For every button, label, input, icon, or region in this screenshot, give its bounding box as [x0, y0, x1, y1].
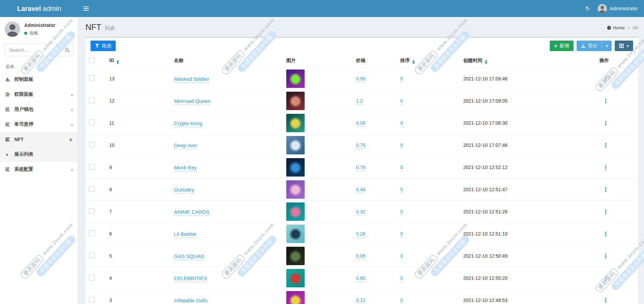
sidebar: Administrator 在线 菜单 控制面板 权限面板 ‹: [0, 17, 78, 304]
row-checkbox[interactable]: [89, 297, 95, 303]
export-dropdown-button[interactable]: ▾: [602, 41, 612, 51]
row-thumbnail[interactable]: [286, 269, 305, 287]
row-price-link[interactable]: 0.78: [356, 165, 365, 171]
search-icon[interactable]: [65, 48, 70, 52]
filter-button[interactable]: 筛选: [91, 41, 116, 51]
sidebar-item-permissions[interactable]: 权限面板 ‹: [0, 87, 78, 102]
row-price-link[interactable]: 0.05: [356, 253, 365, 260]
sidebar-item-system-config[interactable]: 系统配置 ‹: [0, 162, 78, 177]
row-actions-menu[interactable]: ⋮: [603, 142, 609, 149]
breadcrumb-home-link[interactable]: Home: [607, 25, 625, 30]
row-created-at: 2021-12-10 12:52:12: [458, 156, 594, 179]
row-sort-link[interactable]: 0: [400, 253, 403, 260]
row-name-link[interactable]: Deep river: [174, 142, 197, 149]
row-sort-link[interactable]: 0: [400, 275, 403, 282]
row-price-link[interactable]: 1.2: [356, 98, 363, 105]
row-checkbox[interactable]: [89, 142, 95, 148]
app-logo[interactable]: Laravel admin: [0, 0, 78, 17]
row-checkbox[interactable]: [89, 186, 95, 192]
navbar-user-menu[interactable]: Administrator: [596, 4, 640, 13]
row-actions-menu[interactable]: ⋮: [603, 76, 609, 82]
column-header-id[interactable]: ID: [104, 54, 169, 68]
row-thumbnail[interactable]: [286, 136, 305, 154]
row-thumbnail[interactable]: [286, 92, 305, 110]
table-row: 5GAS SQUAD0.0502021-12-10 12:50:49⋮: [85, 245, 638, 267]
row-thumbnail[interactable]: [286, 225, 305, 243]
sidebar-item-user-wallet[interactable]: 用户钱包 ‹: [0, 102, 78, 117]
row-sort-link[interactable]: 0: [400, 187, 403, 193]
row-name-link[interactable]: Mermaid Queen: [174, 98, 211, 105]
row-sort-link[interactable]: 0: [400, 231, 403, 238]
main-content: NFT 列表 Home > Nft 筛选 + 新增: [78, 0, 644, 304]
adjust-icon: ◑: [5, 152, 14, 157]
sidebar-item-nft[interactable]: NFT ∨: [0, 132, 78, 147]
chevron-left-icon: ‹: [71, 122, 73, 127]
column-selector-button[interactable]: ▾: [615, 41, 633, 51]
row-name-link[interactable]: ANIME CARDS: [174, 209, 209, 216]
row-actions-menu[interactable]: ⋮: [603, 98, 609, 104]
sidebar-item-dashboard[interactable]: 控制面板: [0, 72, 78, 87]
row-checkbox[interactable]: [89, 164, 95, 170]
row-sort-link[interactable]: 0: [400, 298, 403, 304]
row-thumbnail[interactable]: [286, 291, 305, 304]
row-actions-menu[interactable]: ⋮: [603, 120, 609, 126]
row-thumbnail[interactable]: [286, 158, 305, 177]
row-name-link[interactable]: CELEBRITIES: [174, 275, 207, 282]
row-sort-link[interactable]: 0: [400, 209, 403, 215]
row-price-link[interactable]: 0.09: [356, 120, 365, 127]
row-actions-menu[interactable]: ⋮: [603, 209, 609, 215]
row-name-link[interactable]: Monk Eey: [174, 165, 197, 171]
column-header-sort[interactable]: 排序: [395, 54, 458, 68]
row-checkbox[interactable]: [89, 120, 95, 125]
row-sort-link[interactable]: 0: [400, 142, 403, 149]
row-actions-menu[interactable]: ⋮: [603, 275, 609, 282]
row-checkbox[interactable]: [89, 97, 95, 103]
row-actions-menu[interactable]: ⋮: [603, 297, 609, 304]
sidebar-item-single-staking[interactable]: 单币质押 ‹: [0, 117, 78, 132]
row-checkbox[interactable]: [89, 75, 95, 81]
row-thumbnail[interactable]: [286, 114, 305, 132]
column-header-created[interactable]: 创建时间: [458, 54, 594, 68]
row-name-link[interactable]: Inflatable Dolls: [174, 298, 207, 304]
list-icon: [5, 167, 14, 172]
row-name-link[interactable]: Outsidey: [174, 187, 194, 194]
row-checkbox[interactable]: [89, 230, 95, 236]
row-sort-link[interactable]: 0: [400, 165, 403, 171]
row-actions-menu[interactable]: ⋮: [603, 253, 609, 259]
sidebar-toggle-button[interactable]: [78, 0, 94, 17]
row-thumbnail[interactable]: [286, 70, 305, 88]
row-sort-link[interactable]: 0: [400, 76, 403, 82]
row-price-link[interactable]: 0.32: [356, 209, 365, 215]
row-actions-menu[interactable]: ⋮: [603, 164, 609, 171]
row-price-link[interactable]: 0.28: [356, 231, 365, 238]
sidebar-menu: 控制面板 权限面板 ‹ 用户钱包 ‹ 单币质押 ‹: [0, 72, 78, 177]
export-button[interactable]: 导出: [577, 41, 602, 51]
row-actions-menu[interactable]: ⋮: [603, 231, 609, 237]
row-sort-link[interactable]: 0: [400, 120, 403, 127]
select-all-checkbox[interactable]: [89, 57, 95, 63]
row-checkbox[interactable]: [89, 275, 95, 280]
row-price-link[interactable]: 0.12: [356, 298, 365, 304]
row-price-link[interactable]: 0.48: [356, 187, 365, 193]
sidebar-user-status: 在线: [24, 30, 55, 36]
row-price-link[interactable]: 0.75: [356, 142, 365, 149]
row-created-at: 2021-12-10 12:51:47: [458, 179, 594, 201]
row-thumbnail[interactable]: [286, 247, 305, 265]
row-name-link[interactable]: GAS SQUAD: [174, 253, 204, 260]
column-header-image: 图片: [281, 54, 351, 68]
add-button[interactable]: + 新增: [550, 41, 574, 51]
row-name-link[interactable]: Lil Boobie: [174, 231, 196, 238]
refresh-icon[interactable]: ↻: [580, 5, 595, 12]
row-price-link[interactable]: 0.58: [356, 76, 365, 82]
row-thumbnail[interactable]: [286, 202, 305, 221]
row-price-link[interactable]: 0.85: [356, 275, 365, 282]
row-checkbox[interactable]: [89, 208, 95, 214]
sidebar-item-display-list[interactable]: ◑ 展示列表: [0, 147, 78, 162]
row-name-link[interactable]: Masked Soldier: [174, 76, 209, 83]
search-input[interactable]: [5, 44, 73, 56]
row-name-link[interactable]: Crypto Kong: [174, 120, 202, 127]
row-checkbox[interactable]: [89, 253, 95, 258]
row-actions-menu[interactable]: ⋮: [603, 186, 609, 193]
row-thumbnail[interactable]: [286, 180, 305, 199]
row-sort-link[interactable]: 0: [400, 98, 403, 105]
